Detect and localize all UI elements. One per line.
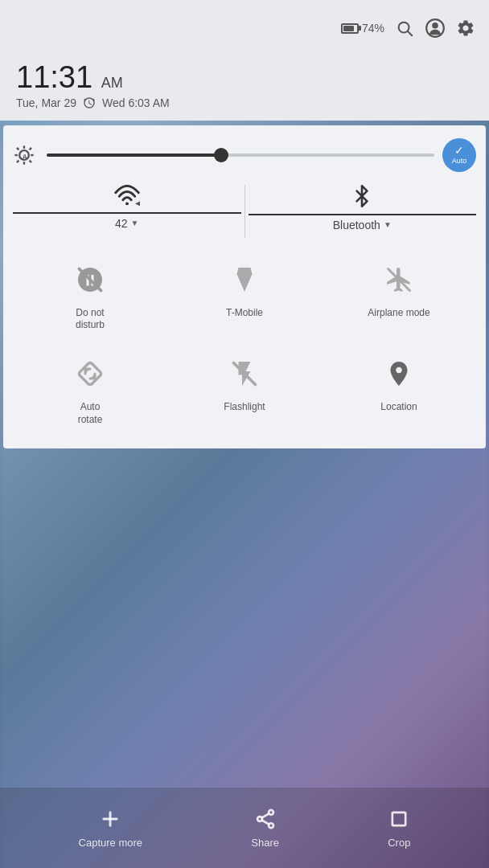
auto-rotate-icon bbox=[69, 353, 111, 395]
svg-line-10 bbox=[30, 160, 31, 162]
airplane-icon bbox=[378, 259, 420, 301]
svg-line-25 bbox=[262, 813, 269, 817]
flashlight-icon bbox=[224, 353, 265, 395]
battery-container: 74% bbox=[341, 22, 384, 35]
bluetooth-label-row: Bluetooth ▼ bbox=[333, 219, 392, 231]
svg-point-14 bbox=[125, 202, 129, 205]
bluetooth-active-bar bbox=[249, 214, 477, 215]
clock-ampm: AM bbox=[101, 75, 123, 91]
brightness-thumb bbox=[214, 148, 228, 162]
t-mobile-label: T-Mobile bbox=[226, 307, 263, 320]
svg-text:A: A bbox=[23, 153, 27, 160]
auto-rotate-toggle[interactable]: Autorotate bbox=[13, 346, 167, 432]
auto-rotate-label: Autorotate bbox=[78, 401, 103, 426]
svg-text:◀▶: ◀▶ bbox=[135, 199, 140, 206]
wifi-chevron-icon: ▼ bbox=[131, 219, 139, 227]
svg-line-1 bbox=[408, 31, 412, 35]
wifi-toggle[interactable]: ◀▶ 42 ▼ bbox=[13, 185, 241, 238]
clock-area: 11:31 AM Tue, Mar 29 Wed 6:03 AM bbox=[0, 56, 489, 121]
t-mobile-icon bbox=[224, 259, 265, 301]
airplane-mode-label: Airplane mode bbox=[368, 307, 429, 320]
crop-label: Crop bbox=[388, 837, 410, 849]
location-label: Location bbox=[380, 401, 417, 414]
quick-toggle-grid: Do notdisturb T-Mobile Airplane mode bbox=[13, 252, 476, 432]
share-icon bbox=[254, 808, 277, 830]
do-not-disturb-icon bbox=[69, 259, 111, 301]
battery-icon bbox=[341, 23, 359, 34]
clock-date-text: Tue, Mar 29 bbox=[16, 96, 76, 109]
do-not-disturb-toggle[interactable]: Do notdisturb bbox=[13, 252, 167, 338]
wifi-active-bar bbox=[13, 212, 241, 214]
auto-brightness-button[interactable]: ✓ Auto bbox=[442, 138, 476, 172]
wifi-label-row: 42 ▼ bbox=[115, 217, 138, 230]
svg-point-3 bbox=[432, 23, 438, 29]
brightness-slider[interactable] bbox=[47, 154, 434, 157]
flashlight-label: Flashlight bbox=[224, 401, 265, 414]
network-row: ◀▶ 42 ▼ Bluetooth ▼ bbox=[13, 185, 476, 238]
alarm-icon bbox=[83, 96, 96, 109]
svg-rect-18 bbox=[78, 362, 102, 386]
t-mobile-toggle[interactable]: T-Mobile bbox=[167, 252, 322, 338]
network-divider bbox=[244, 185, 245, 238]
wifi-icon: ◀▶ bbox=[114, 185, 140, 206]
svg-rect-27 bbox=[392, 812, 405, 825]
brightness-row: A ✓ Auto bbox=[13, 138, 476, 172]
wifi-network-label: 42 bbox=[115, 217, 128, 230]
bluetooth-icon bbox=[351, 185, 373, 207]
auto-check-icon: ✓ bbox=[454, 145, 464, 156]
auto-label: Auto bbox=[452, 157, 467, 165]
clock-date: Tue, Mar 29 Wed 6:03 AM bbox=[16, 96, 473, 109]
quick-settings-panel: A ✓ Auto ◀▶ bbox=[3, 125, 486, 448]
bluetooth-toggle[interactable]: Bluetooth ▼ bbox=[249, 185, 477, 238]
battery-fill bbox=[343, 26, 354, 31]
share-label: Share bbox=[251, 837, 279, 849]
svg-line-11 bbox=[17, 160, 18, 162]
share-button[interactable]: Share bbox=[251, 808, 279, 849]
clock-time: 11:31 AM bbox=[16, 61, 473, 95]
do-not-disturb-label: Do notdisturb bbox=[76, 307, 105, 332]
airplane-mode-toggle[interactable]: Airplane mode bbox=[322, 252, 476, 338]
crop-icon bbox=[388, 808, 410, 830]
svg-line-9 bbox=[17, 148, 18, 149]
search-icon[interactable] bbox=[394, 18, 415, 39]
capture-more-button[interactable]: Capture more bbox=[79, 808, 142, 849]
bottom-action-bar: Capture more Share Crop bbox=[0, 788, 489, 868]
battery-percent: 74% bbox=[362, 22, 384, 35]
location-icon bbox=[378, 353, 420, 395]
svg-line-12 bbox=[30, 148, 31, 149]
settings-icon[interactable] bbox=[455, 18, 476, 39]
plus-icon bbox=[99, 808, 121, 830]
location-toggle[interactable]: Location bbox=[322, 346, 476, 432]
alarm-time: Wed 6:03 AM bbox=[102, 96, 170, 109]
status-bar: 74% bbox=[0, 0, 489, 56]
clock-hours-minutes: 11:31 bbox=[16, 60, 92, 94]
flashlight-toggle[interactable]: Flashlight bbox=[167, 346, 322, 432]
brightness-icon: A bbox=[13, 144, 39, 166]
crop-button[interactable]: Crop bbox=[388, 808, 410, 849]
bluetooth-label: Bluetooth bbox=[333, 219, 380, 231]
capture-more-label: Capture more bbox=[79, 837, 142, 849]
brightness-fill bbox=[47, 154, 221, 157]
svg-line-26 bbox=[262, 820, 269, 824]
account-icon[interactable] bbox=[425, 18, 446, 39]
bluetooth-chevron-icon: ▼ bbox=[384, 220, 392, 229]
status-bar-icons: 74% bbox=[341, 18, 476, 39]
